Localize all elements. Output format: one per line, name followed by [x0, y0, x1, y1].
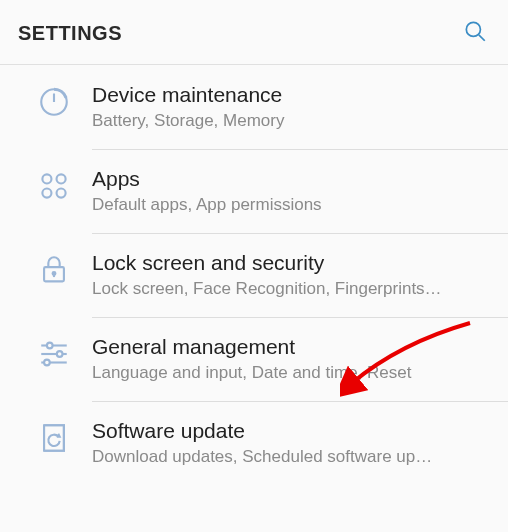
search-icon[interactable] [462, 18, 488, 48]
header: SETTINGS [0, 0, 508, 65]
apps-icon [16, 167, 92, 203]
settings-list: Device maintenance Battery, Storage, Mem… [0, 65, 508, 485]
settings-item-title: General management [92, 335, 492, 359]
page-title: SETTINGS [18, 22, 122, 45]
software-update-icon [16, 419, 92, 455]
settings-item-text: Lock screen and security Lock screen, Fa… [92, 251, 492, 299]
settings-item-title: Lock screen and security [92, 251, 492, 275]
svg-point-12 [47, 343, 53, 349]
settings-item-general-management[interactable]: General management Language and input, D… [0, 317, 508, 401]
svg-point-7 [57, 189, 66, 198]
settings-item-text: Software update Download updates, Schedu… [92, 419, 492, 467]
svg-point-16 [44, 360, 50, 366]
settings-item-subtitle: Battery, Storage, Memory [92, 111, 492, 131]
sliders-icon [16, 335, 92, 371]
settings-item-text: Apps Default apps, App permissions [92, 167, 492, 215]
settings-item-title: Software update [92, 419, 492, 443]
svg-point-5 [57, 174, 66, 183]
settings-item-subtitle: Download updates, Scheduled software up… [92, 447, 492, 467]
device-maintenance-icon [16, 83, 92, 119]
svg-point-6 [42, 189, 51, 198]
svg-point-14 [57, 351, 63, 357]
settings-item-subtitle: Lock screen, Face Recognition, Fingerpri… [92, 279, 492, 299]
settings-item-text: Device maintenance Battery, Storage, Mem… [92, 83, 492, 131]
settings-item-text: General management Language and input, D… [92, 335, 492, 383]
settings-item-subtitle: Language and input, Date and time, Reset [92, 363, 492, 383]
settings-item-lock-screen[interactable]: Lock screen and security Lock screen, Fa… [0, 233, 508, 317]
lock-icon [16, 251, 92, 287]
settings-item-software-update[interactable]: Software update Download updates, Schedu… [0, 401, 508, 485]
settings-item-subtitle: Default apps, App permissions [92, 195, 492, 215]
settings-item-title: Apps [92, 167, 492, 191]
settings-item-title: Device maintenance [92, 83, 492, 107]
settings-item-device-maintenance[interactable]: Device maintenance Battery, Storage, Mem… [0, 65, 508, 149]
svg-point-4 [42, 174, 51, 183]
svg-line-1 [479, 35, 485, 41]
svg-point-0 [466, 22, 480, 36]
settings-item-apps[interactable]: Apps Default apps, App permissions [0, 149, 508, 233]
